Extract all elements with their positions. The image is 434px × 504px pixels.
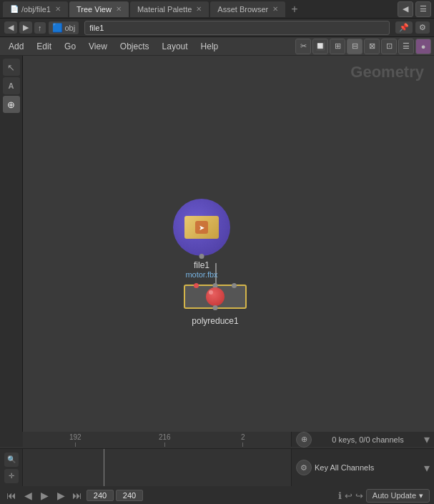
path-bar: ◀ ▶ ↑ 🟦 obj 📌 ⚙ xyxy=(0,19,434,37)
tool-list[interactable]: ☰ xyxy=(398,39,414,54)
tab-label: Tree View xyxy=(77,5,112,14)
auto-update-btn[interactable]: Auto Update ▾ xyxy=(366,489,430,503)
tab-material-palette[interactable]: Material Palette ✕ xyxy=(130,1,209,17)
tool-grid2[interactable]: ⊟ xyxy=(347,39,363,54)
menu-layout[interactable]: Layout xyxy=(157,40,194,53)
sidebar-btn-node[interactable]: ⊕ xyxy=(3,96,20,113)
up-btn[interactable]: ↑ xyxy=(34,22,46,34)
node-poly-dot xyxy=(209,290,213,295)
keys-info-text: 0 keys, 0/0 channels xyxy=(312,435,424,444)
node-poly-input-dot-left[interactable] xyxy=(194,283,199,288)
tab-label: Asset Browser xyxy=(217,5,268,14)
settings-btn[interactable]: ⚙ xyxy=(415,21,430,34)
ruler-label: 192 xyxy=(69,433,82,441)
network-editor[interactable]: Geometry ➤ file1 motor.fbx xyxy=(23,56,434,433)
file-icon-body: ➤ xyxy=(184,216,219,239)
tab-close-btn[interactable]: ✕ xyxy=(55,5,61,13)
timeline-right-controls: ⚙ Key All Channels ▾ xyxy=(291,449,434,486)
node-poly-icon xyxy=(206,287,225,306)
tab-close-btn[interactable]: ✕ xyxy=(272,5,278,13)
add-tab-button[interactable]: + xyxy=(287,3,302,16)
node-polyreduce1-label: polyreduce1 xyxy=(192,316,238,326)
pin-btn[interactable]: 📌 xyxy=(395,21,413,34)
node-file1-sublabel: motor.fbx xyxy=(185,270,217,279)
ruler-mark-216: 216 xyxy=(159,433,171,447)
tab-bar: 📄 /obj/file1 ✕ Tree View ✕ Material Pale… xyxy=(0,0,434,19)
node-polyreduce1-visual xyxy=(184,285,247,309)
ruler-right: ⊕ 0 keys, 0/0 channels ▾ xyxy=(291,432,434,447)
status-right: ℹ ↩ ↪ Auto Update ▾ xyxy=(338,489,430,503)
context-icon: 🟦 xyxy=(52,23,63,33)
channels-label: Key All Channels xyxy=(315,463,421,472)
forward-btn[interactable]: ▶ xyxy=(19,21,32,34)
tool-grid1[interactable]: ⊞ xyxy=(330,39,345,54)
context-selector[interactable]: 🟦 obj xyxy=(49,21,79,34)
menu-help[interactable]: Help xyxy=(195,40,225,53)
timeline-track[interactable] xyxy=(23,449,291,486)
playback-last-btn[interactable]: ⏭ xyxy=(70,490,84,501)
menu-edit[interactable]: Edit xyxy=(31,40,57,53)
tool-grid4[interactable]: ⊡ xyxy=(381,39,397,54)
file-arrow-icon: ➤ xyxy=(195,221,208,234)
undo-icon[interactable]: ↩ xyxy=(345,490,352,501)
node-file1-icon: ➤ xyxy=(183,214,220,240)
tab-close-btn[interactable]: ✕ xyxy=(116,5,122,13)
tab-label: Material Palette xyxy=(137,5,192,14)
tab-obj-file1[interactable]: 📄 /obj/file1 ✕ xyxy=(3,1,68,17)
frame-start-input[interactable] xyxy=(87,490,114,501)
channel-icon-btn[interactable]: ⚙ xyxy=(296,460,312,475)
timeline-ruler: 192 216 2 ⊕ 0 keys, 0/0 channels ▾ xyxy=(0,433,434,449)
node-file1-label: file1 xyxy=(194,260,209,270)
node-file1[interactable]: ➤ file1 motor.fbx xyxy=(173,199,230,279)
tool-cut[interactable]: ✂ xyxy=(295,39,311,54)
playback-prev-btn[interactable]: ◀ xyxy=(21,490,35,501)
auto-update-chevron: ▾ xyxy=(419,491,423,500)
tool-snap[interactable]: 🔲 xyxy=(312,39,328,54)
tool-color[interactable]: ● xyxy=(415,39,431,54)
timeline-left-sidebar: 🔍 ✛ xyxy=(0,449,23,486)
menu-add[interactable]: Add xyxy=(3,40,29,53)
node-file1-visual: ➤ xyxy=(173,199,230,256)
node-poly-input-dot-right[interactable] xyxy=(232,283,237,288)
menu-go[interactable]: Go xyxy=(59,40,82,53)
info-icon[interactable]: ℹ xyxy=(338,490,342,501)
ruler-label: 2 xyxy=(241,433,245,441)
tab-close-btn[interactable]: ✕ xyxy=(196,5,202,13)
auto-update-label: Auto Update xyxy=(373,491,416,500)
context-type-label: Geometry xyxy=(350,63,424,81)
menu-bar: Add Edit Go View Objects Layout Help ✂ 🔲… xyxy=(0,37,434,56)
options-btn[interactable]: ☰ xyxy=(415,1,431,17)
tool-grid3[interactable]: ⊠ xyxy=(364,39,380,54)
sidebar-btn-select[interactable]: ↖ xyxy=(3,59,20,76)
playback-controls: ⏮ ◀ ▶ ▶ ⏭ ℹ ↩ ↪ Auto Update ▾ xyxy=(0,486,434,504)
timeline-area: 192 216 2 ⊕ 0 keys, 0/0 channels ▾ 🔍 ✛ xyxy=(0,433,434,504)
expand-channels-btn[interactable]: ▾ xyxy=(424,433,430,446)
tab-tree-view[interactable]: Tree View ✕ xyxy=(69,1,129,17)
ruler-label: 216 xyxy=(159,433,171,441)
sidebar-btn-text[interactable]: A xyxy=(3,77,20,94)
context-label: obj xyxy=(65,24,76,32)
timeline-zoom-btn[interactable]: 🔍 xyxy=(4,453,19,467)
playback-rewind-btn[interactable]: ⏮ xyxy=(4,490,19,501)
back-btn[interactable]: ◀ xyxy=(4,21,17,34)
redo-icon[interactable]: ↪ xyxy=(355,490,363,501)
playback-next-btn[interactable]: ▶ xyxy=(54,490,68,501)
channel-expand-btn[interactable]: ▾ xyxy=(424,461,430,475)
tab-asset-browser[interactable]: Asset Browser ✕ xyxy=(210,1,285,17)
timeline-controls: 🔍 ✛ ⚙ Key All Channels ▾ xyxy=(0,449,434,486)
node-polyreduce1[interactable]: polyreduce1 xyxy=(184,285,247,326)
add-key-btn[interactable]: ⊕ xyxy=(296,432,312,448)
ruler-mark-192: 192 xyxy=(69,433,82,447)
tab-icon: 📄 xyxy=(10,5,19,13)
node-poly-output-dot[interactable] xyxy=(213,305,218,310)
collapse-btn[interactable]: ◀ xyxy=(398,1,413,17)
playback-play-btn[interactable]: ▶ xyxy=(37,490,51,501)
menu-objects[interactable]: Objects xyxy=(114,40,155,53)
frame-end-input[interactable] xyxy=(116,490,143,501)
timeline-nav-btn[interactable]: ✛ xyxy=(4,469,19,483)
node-file1-output-dot[interactable] xyxy=(199,254,204,259)
playhead xyxy=(104,449,104,486)
menu-view[interactable]: View xyxy=(83,40,113,53)
path-input[interactable] xyxy=(84,21,390,35)
toolbar-right: ✂ 🔲 ⊞ ⊟ ⊠ ⊡ ☰ ● xyxy=(295,39,431,54)
